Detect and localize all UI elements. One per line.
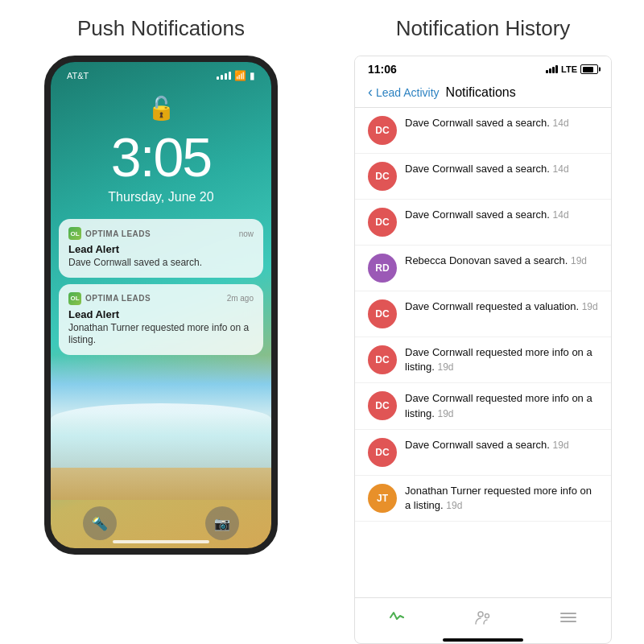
list-item[interactable]: DC Dave Cornwall saved a search. 19d [355, 430, 611, 476]
tab-menu-icon[interactable] [559, 608, 578, 627]
avatar-dc-5: DC [368, 345, 397, 374]
notif-text-3: Dave Cornwall saved a search. 14d [405, 208, 598, 222]
avatar-dc-1: DC [368, 116, 397, 145]
list-item[interactable]: JT Jonathan Turner requested more info o… [355, 476, 611, 522]
signal-bars [546, 65, 558, 73]
notif-time-2: 14d [553, 163, 569, 175]
notif-time-6: 19d [437, 361, 453, 373]
battery-icon: ▮ [250, 70, 255, 81]
notif-app-icon-2: OL [68, 292, 81, 305]
notif-text-4: Rebecca Donovan saved a search. 19d [405, 254, 598, 268]
notif-time-1: now [239, 229, 254, 238]
notif-card-1: OL OPTIMA LEADS now Lead Alert Dave Corn… [59, 219, 263, 278]
notif-text-8: Dave Cornwall saved a search. 19d [405, 438, 598, 452]
notif-time-3: 14d [553, 209, 569, 221]
carrier-label: AT&T [67, 71, 89, 80]
notif-status-bar: 11:06 LTE [355, 56, 611, 79]
notif-time-5: 19d [582, 301, 598, 312]
svg-point-0 [478, 612, 483, 617]
status-icons: 📶 ▮ [217, 70, 255, 81]
notif-time-8: 19d [553, 440, 569, 451]
avatar-dc-6: DC [368, 391, 397, 420]
list-item[interactable]: DC Dave Cornwall saved a search. 14d [355, 154, 611, 200]
push-notification-phone: AT&T 📶 ▮ 🔓 3:05 [44, 56, 278, 555]
avatar-dc-7: DC [368, 438, 397, 467]
notif-nav[interactable]: ‹ Lead Activity Notifications [355, 79, 611, 108]
notif-text-6: Dave Cornwall requested more info on a l… [405, 345, 598, 374]
signal-icon [217, 72, 231, 80]
list-item[interactable]: DC Dave Cornwall saved a search. 14d [355, 108, 611, 154]
notif-status-time: 11:06 [368, 63, 397, 76]
list-item[interactable]: DC Dave Cornwall requested a valuation. … [355, 291, 611, 337]
notif-app-icon-1: OL [68, 227, 81, 240]
notif-body-2: Jonathan Turner requested more info on a… [68, 322, 254, 347]
notif-time-9: 19d [446, 500, 462, 511]
notification-list: DC Dave Cornwall saved a search. 14d DC … [355, 108, 611, 597]
notif-text-5: Dave Cornwall requested a valuation. 19d [405, 299, 598, 314]
notif-app-name-1: OPTIMA LEADS [85, 229, 151, 238]
notif-body-1: Dave Cornwall saved a search. [68, 257, 254, 270]
phone-status-bar: AT&T 📶 ▮ [51, 62, 271, 85]
lock-icon: 🔓 [51, 95, 271, 122]
back-arrow-icon: ‹ [368, 84, 373, 101]
right-panel: Notification History 11:06 LTE [322, 0, 644, 644]
tab-activity-icon[interactable] [388, 608, 407, 627]
notif-app-name-2: OPTIMA LEADS [85, 294, 151, 303]
wave-area [51, 403, 271, 468]
notif-time-4: 19d [571, 255, 587, 266]
tab-bar [355, 597, 611, 634]
left-panel-title: Push Notifications [77, 16, 245, 41]
wifi-icon: 📶 [234, 70, 246, 81]
left-panel: Push Notifications AT&T 📶 ▮ [0, 0, 322, 644]
notif-title-1: Lead Alert [68, 243, 254, 255]
phone-bottom: 🔦 📷 [51, 506, 271, 540]
notif-status-right: LTE [546, 64, 598, 74]
notif-text-9: Jonathan Turner requested more info on a… [405, 484, 598, 513]
clock-date: Thursday, June 20 [51, 190, 271, 204]
phone-screen: AT&T 📶 ▮ 🔓 3:05 [51, 62, 271, 548]
notification-cards: OL OPTIMA LEADS now Lead Alert Dave Corn… [59, 219, 263, 355]
flashlight-icon: 🔦 [83, 506, 117, 540]
notif-time-7: 19d [437, 408, 453, 419]
nav-page-title: Notifications [446, 85, 516, 100]
notif-text-2: Dave Cornwall saved a search. 14d [405, 162, 598, 176]
tab-contacts-icon[interactable] [473, 608, 493, 627]
notif-card-2: OL OPTIMA LEADS 2m ago Lead Alert Jonath… [59, 284, 263, 355]
home-bar [113, 540, 209, 543]
svg-point-1 [485, 614, 489, 618]
list-item[interactable]: DC Dave Cornwall requested more info on … [355, 383, 611, 429]
notif-time-1: 14d [553, 118, 569, 129]
notification-history-phone: 11:06 LTE ‹ Lead Activity [354, 56, 612, 644]
notif-time-2: 2m ago [227, 294, 254, 303]
avatar-dc-3: DC [368, 208, 397, 237]
right-panel-title: Notification History [322, 16, 644, 41]
avatar-dc-2: DC [368, 162, 397, 191]
avatar-dc-4: DC [368, 299, 397, 328]
lte-label: LTE [561, 64, 577, 74]
list-item[interactable]: DC Dave Cornwall requested more info on … [355, 337, 611, 383]
notif-app-row-1: OL OPTIMA LEADS [68, 227, 151, 240]
nav-back-label[interactable]: Lead Activity [376, 86, 440, 99]
list-item[interactable]: DC Dave Cornwall saved a search. 14d [355, 200, 611, 246]
notif-text-7: Dave Cornwall requested more info on a l… [405, 391, 598, 420]
bottom-home-bar [443, 638, 523, 642]
notif-title-2: Lead Alert [68, 308, 254, 320]
notif-text-1: Dave Cornwall saved a search. 14d [405, 116, 598, 130]
clock-time: 3:05 [51, 126, 271, 188]
battery-icon [580, 64, 598, 74]
list-item[interactable]: RD Rebecca Donovan saved a search. 19d [355, 246, 611, 291]
camera-icon: 📷 [205, 506, 239, 540]
notif-app-row-2: OL OPTIMA LEADS [68, 292, 151, 305]
avatar-rd-1: RD [368, 254, 397, 283]
avatar-jt-1: JT [368, 484, 397, 513]
